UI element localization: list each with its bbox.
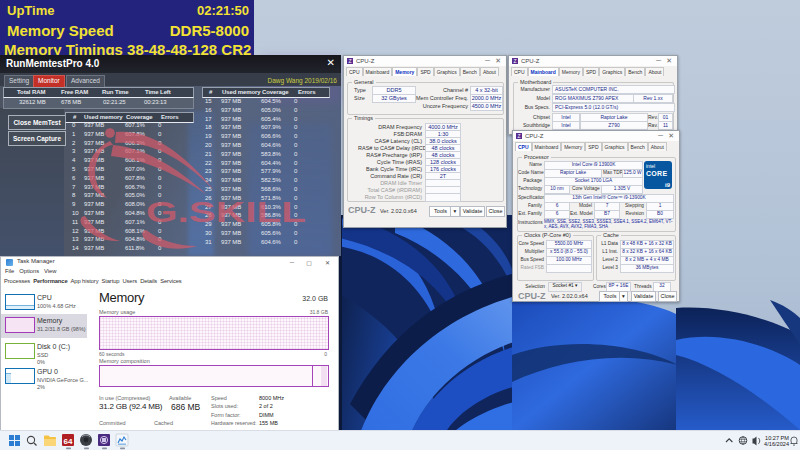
svg-text:10:27 PM: 10:27 PM [765, 435, 789, 441]
svg-text:G.SKILL: G.SKILL [146, 195, 306, 228]
svg-text:64: 64 [64, 437, 73, 446]
svg-text:4/16/2024: 4/16/2024 [764, 441, 789, 447]
